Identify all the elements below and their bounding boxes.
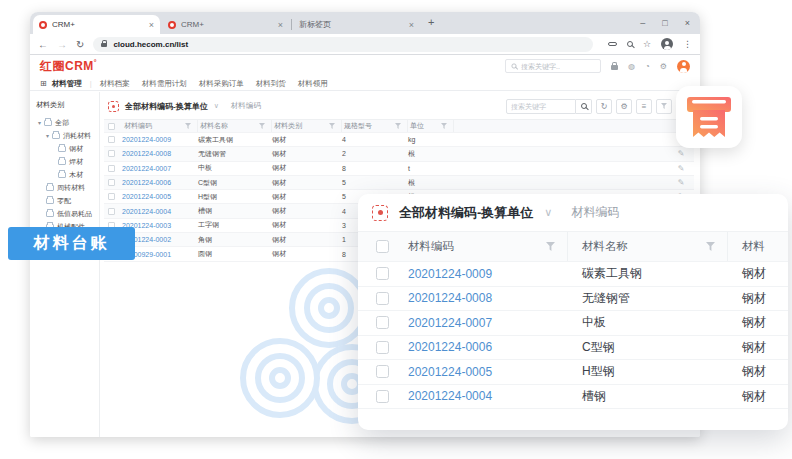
row-checkbox[interactable] (108, 208, 115, 215)
row-checkbox[interactable] (376, 390, 389, 403)
nav-item-arrival[interactable]: 材料到货 (256, 79, 286, 89)
row-checkbox[interactable] (376, 267, 389, 280)
row-checkbox[interactable] (108, 150, 115, 157)
key-icon[interactable] (608, 42, 617, 46)
tree-node-welding[interactable]: 焊材 (30, 155, 99, 168)
row-checkbox[interactable] (108, 193, 115, 200)
row-checkbox[interactable] (108, 136, 115, 143)
row-checkbox[interactable] (376, 365, 389, 378)
select-all-checkbox[interactable] (376, 240, 389, 253)
tree-node-consumables[interactable]: ▾ 消耗材料 (30, 129, 99, 142)
window-maximize-button[interactable]: □ (662, 18, 667, 28)
filter-icon[interactable] (441, 123, 447, 129)
search-icon (511, 63, 516, 68)
material-code-link[interactable]: 20201224-0008 (122, 150, 198, 157)
search-button[interactable] (576, 99, 592, 114)
row-checkbox[interactable] (376, 292, 389, 305)
page-canvas: CRM+ × CRM+ × 新标签页 × + – □ × ← → ↻ (0, 0, 792, 459)
material-code-link[interactable]: 20201224-0007 (394, 316, 568, 330)
settings-button[interactable]: ⚙ (616, 99, 632, 114)
tree-node-all[interactable]: ▾ 全部 (30, 116, 99, 129)
filter-icon[interactable] (185, 123, 191, 129)
browser-tab-2[interactable]: CRM+ × (162, 15, 289, 34)
apps-grid-icon[interactable]: ⊞ (40, 79, 47, 88)
material-code-link[interactable]: 20201224-0009 (122, 136, 198, 143)
filter-icon[interactable] (546, 242, 555, 251)
filter-icon[interactable] (329, 123, 335, 129)
bell-icon[interactable]: ◔ (645, 62, 650, 71)
tree-node-turnover[interactable]: 周转材料 (30, 181, 99, 194)
material-code-link[interactable]: 20201224-0006 (394, 340, 568, 354)
module-nav: ⊞ 材料管理 | 材料档案 材料需用计划 材料采购订单 材料到货 材料领用 (30, 77, 700, 91)
tab-close-icon[interactable]: × (409, 20, 414, 30)
chevron-down-icon[interactable]: ∨ (214, 102, 219, 110)
filter-icon[interactable] (259, 123, 265, 129)
browser-tab-1[interactable]: CRM+ × (33, 15, 160, 34)
tree-node-wood[interactable]: 木材 (30, 168, 99, 181)
tab-close-icon[interactable]: × (149, 20, 154, 30)
nav-item-purchase-order[interactable]: 材料采购订单 (199, 79, 244, 89)
edit-pencil-icon[interactable]: ✎ (668, 164, 694, 173)
zoom-panel-titlebar: 全部材料编码-换算单位 ∨ 材料编码 (358, 194, 788, 232)
window-minimize-button[interactable]: – (640, 18, 645, 28)
browser-menu-icon[interactable]: ⋮ (683, 39, 692, 49)
zoom-panel-row: 20201224-0006 C型钢 钢材 (358, 336, 788, 361)
nav-item-material-files[interactable]: 材料档案 (100, 79, 130, 89)
gear-icon[interactable]: ⚙ (660, 62, 667, 71)
zoom-panel-field-label[interactable]: 材料编码 (571, 204, 619, 221)
caret-down-icon[interactable]: ▾ (38, 119, 41, 126)
help-icon[interactable]: ◍ (628, 62, 635, 71)
reload-icon[interactable]: ↻ (76, 39, 84, 50)
new-tab-button[interactable]: + (428, 16, 434, 28)
back-icon[interactable]: ← (38, 39, 48, 50)
zoom-icon[interactable] (627, 41, 633, 47)
select-all-checkbox[interactable] (108, 123, 115, 130)
material-code-link[interactable]: 20201224-0004 (394, 389, 568, 403)
list-search-input[interactable] (506, 99, 576, 114)
edit-pencil-icon[interactable]: ✎ (668, 178, 694, 187)
global-search-field[interactable] (521, 63, 591, 70)
tab-divider (291, 19, 292, 30)
address-bar[interactable]: cloud.hecom.cn/list (93, 37, 593, 52)
global-search-input[interactable] (505, 59, 601, 73)
tree-node-steel[interactable]: 钢材 (30, 142, 99, 155)
row-checkbox[interactable] (108, 165, 115, 172)
user-avatar[interactable] (677, 60, 690, 73)
refresh-button[interactable]: ↻ (596, 99, 612, 114)
chevron-down-icon[interactable]: ∨ (544, 206, 552, 219)
view-field-label[interactable]: 材料编码 (231, 101, 261, 111)
material-code-link[interactable]: 20201224-0005 (122, 193, 198, 200)
browser-tab-3[interactable]: 新标签页 × (293, 15, 420, 34)
caret-down-icon[interactable]: ▾ (46, 132, 49, 139)
row-checkbox[interactable] (376, 316, 389, 329)
view-scan-icon (108, 101, 119, 112)
browser-profile-avatar[interactable] (661, 38, 673, 50)
tree-node-lowvalue[interactable]: 低值易耗品 (30, 207, 99, 220)
folder-icon (44, 120, 52, 126)
forward-icon[interactable]: → (57, 39, 67, 50)
material-code-link[interactable]: 20201224-0009 (394, 267, 568, 281)
material-code-link[interactable]: 20201224-0004 (122, 208, 198, 215)
material-code-link[interactable]: 20201224-0007 (122, 165, 198, 172)
view-scan-icon (372, 205, 388, 221)
tab-label: CRM+ (181, 20, 273, 29)
row-checkbox[interactable] (376, 341, 389, 354)
bookmark-star-icon[interactable]: ☆ (643, 39, 651, 49)
material-code-link[interactable]: 20201224-0005 (394, 365, 568, 379)
filter-icon[interactable] (395, 123, 401, 129)
nav-module-label[interactable]: 材料管理 (52, 79, 82, 89)
window-close-button[interactable]: × (685, 18, 690, 28)
filter-button[interactable] (656, 99, 672, 114)
material-code-link[interactable]: 20201224-0006 (122, 179, 198, 186)
lock-icon[interactable] (611, 65, 618, 70)
nav-item-demand-plan[interactable]: 材料需用计划 (142, 79, 187, 89)
funnel-icon (661, 103, 667, 109)
tab-close-icon[interactable]: × (278, 20, 283, 30)
material-code-link[interactable]: 20201224-0008 (394, 291, 568, 305)
nav-item-requisition[interactable]: 材料领用 (298, 79, 328, 89)
tree-node-parts[interactable]: 零配 (30, 194, 99, 207)
row-checkbox[interactable] (108, 179, 115, 186)
columns-button[interactable]: ≡ (636, 99, 652, 114)
filter-icon[interactable] (706, 242, 715, 251)
edit-pencil-icon[interactable]: ✎ (668, 149, 694, 158)
